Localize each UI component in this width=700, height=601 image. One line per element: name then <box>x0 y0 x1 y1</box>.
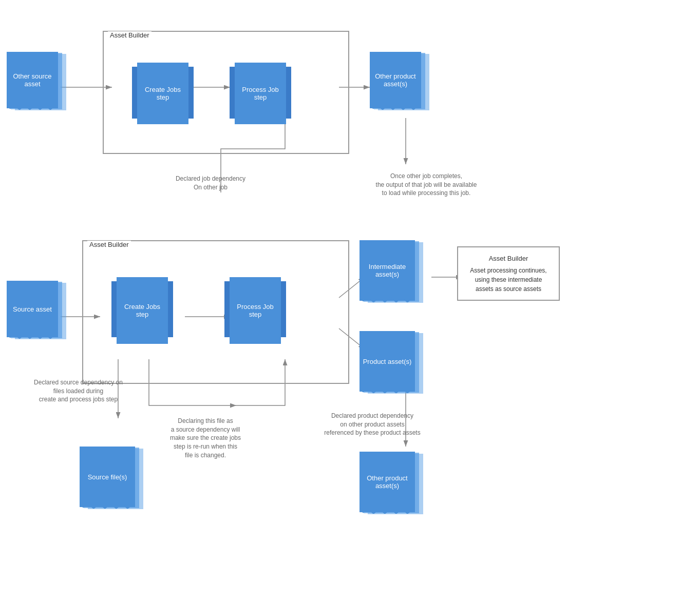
bottom-process-job-step: Process Job step <box>224 277 286 344</box>
other-product-assets-top: Other product asset(s) <box>370 52 431 123</box>
completion-note: Once other job completes, the output of … <box>370 163 483 198</box>
source-asset: Source asset <box>7 281 68 352</box>
info-box-title: Asset Builder <box>464 254 553 264</box>
product-assets: Product asset(s) <box>360 331 426 407</box>
product-dep-label: Declared product dependency on other pro… <box>321 403 424 437</box>
bottom-asset-builder-box: Asset Builder Create Jobs step Process J… <box>82 240 349 384</box>
top-create-jobs-step: Create Jobs step <box>132 63 194 124</box>
diagram-container: Other source asset Asset Builder Create … <box>0 0 700 601</box>
asset-builder-info-box: Asset Builder Asset processing continues… <box>457 246 560 301</box>
bottom-create-jobs-step: Create Jobs step <box>111 277 173 344</box>
top-process-job-step: Process Job step <box>230 63 291 124</box>
top-builder-label: Asset Builder <box>108 31 152 39</box>
bottom-builder-label: Asset Builder <box>87 241 131 248</box>
other-product-assets-bottom: Other product asset(s) <box>360 452 426 528</box>
top-asset-builder-box: Asset Builder Create Jobs step Process J… <box>103 31 349 154</box>
intermediate-assets: Intermediate asset(s) <box>360 240 426 316</box>
info-box-text: Asset processing continues, using these … <box>464 266 553 294</box>
dep-label: Declared job dependency On other job <box>169 175 252 192</box>
other-source-asset: Other source asset <box>7 52 68 123</box>
source-dep-label: Declared source dependency on files load… <box>28 370 128 404</box>
source-files: Source file(s) <box>80 447 146 522</box>
declaring-label: Declaring this file as a source dependen… <box>159 408 252 460</box>
